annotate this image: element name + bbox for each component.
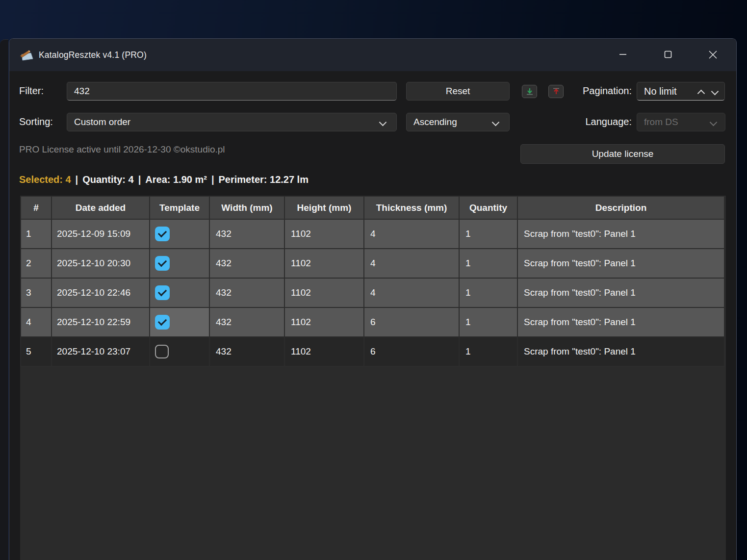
quantity-cell[interactable]: 1 — [460, 220, 518, 249]
direction-combobox[interactable]: Ascending — [406, 113, 510, 131]
thickness-cell[interactable]: 4 — [364, 220, 460, 249]
app-notepad-pencil-icon — [19, 49, 34, 61]
template-cell[interactable] — [150, 279, 210, 308]
template-checkbox[interactable] — [155, 285, 170, 300]
width-cell[interactable]: 432 — [210, 337, 285, 367]
license-status-text: PRO License active until 2026-12-30 ©oks… — [19, 143, 225, 156]
template-checkbox[interactable] — [155, 345, 169, 358]
app-window: KatalogResztek v4.1 (PRO) Filter: 432 Re… — [9, 38, 737, 560]
template-cell[interactable] — [150, 249, 210, 279]
update-license-button[interactable]: Update license — [520, 144, 725, 164]
date-added-cell[interactable]: 2025-12-10 22:59 — [52, 308, 150, 337]
width-cell[interactable]: 432 — [210, 249, 285, 279]
date-added-cell[interactable]: 2025-12-10 20:30 — [52, 249, 150, 279]
close-button[interactable] — [701, 46, 724, 63]
close-icon — [709, 51, 717, 59]
description-cell[interactable]: Scrap from "test0": Panel 1 — [518, 220, 725, 249]
chevron-down-icon — [379, 119, 387, 127]
date-added-cell[interactable]: 2025-12-10 23:07 — [52, 337, 150, 367]
height-cell[interactable]: 1102 — [285, 337, 364, 367]
maximize-button[interactable] — [656, 46, 679, 63]
height-cell[interactable]: 1102 — [285, 308, 364, 337]
window-title: KatalogResztek v4.1 (PRO) — [39, 50, 147, 60]
sorting-label: Sorting: — [19, 112, 53, 131]
date-added-cell[interactable]: 2025-12-10 22:46 — [52, 279, 150, 308]
width-cell[interactable]: 432 — [210, 308, 285, 337]
date-added-cell[interactable]: 2025-12-09 15:09 — [52, 220, 150, 249]
table-row[interactable]: 12025-12-09 15:09432110241Scrap from "te… — [20, 220, 726, 249]
table-row[interactable]: 42025-12-10 22:59432110261Scrap from "te… — [20, 308, 726, 337]
table-row[interactable]: 32025-12-10 22:46432110241Scrap from "te… — [20, 279, 726, 308]
row-index-cell[interactable]: 5 — [20, 337, 52, 367]
template-checkbox[interactable] — [155, 256, 170, 271]
pagination-spinbox[interactable]: No limit — [637, 82, 725, 101]
table-row[interactable]: 22025-12-10 20:30432110241Scrap from "te… — [20, 249, 726, 279]
column-header-4[interactable]: Height (mm) — [285, 196, 364, 220]
filter-input[interactable]: 432 — [67, 82, 397, 101]
row-index-cell[interactable]: 3 — [20, 279, 52, 308]
height-cell[interactable]: 1102 — [285, 220, 364, 249]
reset-button-label: Reset — [446, 86, 470, 97]
summary-segment-1: Area: 1.90 m² — [145, 174, 207, 185]
table-row[interactable]: 52025-12-10 23:07432110261Scrap from "te… — [20, 337, 726, 367]
template-cell[interactable] — [150, 337, 210, 367]
green-arrow-down-icon — [526, 88, 534, 96]
language-value: from DS — [644, 117, 678, 127]
spin-down-icon[interactable] — [711, 88, 719, 96]
width-cell[interactable]: 432 — [210, 220, 285, 249]
description-cell[interactable]: Scrap from "test0": Panel 1 — [518, 249, 725, 279]
import-button[interactable] — [522, 85, 537, 98]
reset-button[interactable]: Reset — [406, 82, 510, 101]
height-cell[interactable]: 1102 — [285, 249, 364, 279]
sorting-combobox[interactable]: Custom order — [67, 113, 397, 131]
thickness-cell[interactable]: 6 — [364, 337, 460, 367]
template-checkbox[interactable] — [155, 227, 170, 241]
quantity-cell[interactable]: 1 — [460, 249, 518, 279]
minimize-button[interactable] — [611, 46, 634, 63]
column-header-6[interactable]: Quantity — [460, 196, 518, 220]
row-index-cell[interactable]: 2 — [20, 249, 52, 279]
template-cell[interactable] — [150, 308, 210, 337]
quantity-cell[interactable]: 1 — [460, 279, 518, 308]
thickness-cell[interactable]: 4 — [364, 249, 460, 279]
export-button[interactable] — [548, 85, 564, 98]
summary-separator: | — [211, 174, 214, 185]
direction-value: Ascending — [413, 117, 457, 127]
language-combobox: from DS — [637, 113, 725, 131]
thickness-cell[interactable]: 6 — [364, 308, 460, 337]
summary-segment-2: Perimeter: 12.27 lm — [219, 174, 309, 185]
filter-label: Filter: — [19, 81, 44, 101]
filter-input-value: 432 — [74, 86, 90, 97]
window-controls — [589, 46, 724, 63]
pagination-value: No limit — [644, 86, 677, 97]
scraps-table[interactable]: #Date addedTemplateWidth (mm)Height (mm)… — [20, 196, 726, 560]
description-cell[interactable]: Scrap from "test0": Panel 1 — [518, 308, 725, 337]
quantity-cell[interactable]: 1 — [460, 337, 518, 367]
template-checkbox[interactable] — [155, 315, 170, 330]
template-cell[interactable] — [150, 220, 210, 249]
column-header-3[interactable]: Width (mm) — [210, 196, 285, 220]
description-cell[interactable]: Scrap from "test0": Panel 1 — [518, 337, 725, 367]
spin-up-icon[interactable] — [697, 90, 705, 98]
pagination-label: Pagination: — [565, 81, 632, 101]
update-license-label: Update license — [592, 149, 654, 159]
width-cell[interactable]: 432 — [210, 279, 285, 308]
column-header-2[interactable]: Template — [150, 196, 210, 220]
column-header-0[interactable]: # — [20, 196, 52, 220]
summary-line: Selected: 4|Quantity: 4|Area: 1.90 m²|Pe… — [19, 174, 309, 185]
quantity-cell[interactable]: 1 — [460, 308, 518, 337]
column-header-1[interactable]: Date added — [52, 196, 150, 220]
maximize-icon — [664, 51, 672, 58]
red-arrow-up-icon — [552, 88, 560, 96]
summary-separator: | — [138, 174, 141, 185]
background-window-edge — [0, 39, 8, 560]
description-cell[interactable]: Scrap from "test0": Panel 1 — [518, 279, 725, 308]
row-index-cell[interactable]: 1 — [20, 220, 52, 249]
minimize-icon — [619, 51, 627, 58]
thickness-cell[interactable]: 4 — [364, 279, 460, 308]
height-cell[interactable]: 1102 — [285, 279, 364, 308]
chevron-down-icon — [710, 119, 718, 127]
column-header-5[interactable]: Thickness (mm) — [364, 196, 460, 220]
row-index-cell[interactable]: 4 — [20, 308, 52, 337]
column-header-7[interactable]: Description — [518, 196, 725, 220]
